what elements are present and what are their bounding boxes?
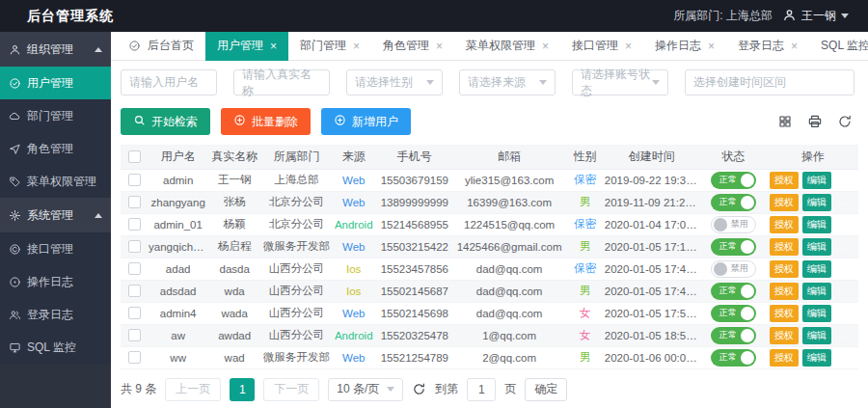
status-toggle-on[interactable]: 正常: [711, 305, 756, 322]
phone-cell: 15503215422: [376, 235, 453, 258]
row-checkbox[interactable]: [128, 174, 141, 186]
status-toggle-on[interactable]: 正常: [711, 283, 756, 300]
next-page-button[interactable]: 下一页: [263, 378, 319, 401]
prev-page-button[interactable]: 上一页: [165, 378, 221, 401]
authorize-button[interactable]: 授权: [770, 305, 799, 322]
tab-role-management[interactable]: 角色管理×: [371, 32, 454, 61]
edit-button[interactable]: 编辑: [802, 260, 831, 278]
row-checkbox[interactable]: [128, 351, 141, 364]
authorize-button[interactable]: 授权: [770, 283, 799, 300]
close-icon[interactable]: ×: [353, 41, 360, 52]
chevron-down-icon: [387, 387, 394, 392]
row-checkbox[interactable]: [128, 307, 141, 319]
placeholder-text: 请选择账号状态: [581, 67, 652, 99]
edit-button[interactable]: 编辑: [802, 305, 831, 322]
sidebar-item-department-management[interactable]: 部门管理: [0, 99, 111, 132]
close-icon[interactable]: ×: [625, 41, 632, 52]
username-filter[interactable]: 请输入用户名: [121, 69, 217, 95]
created-range-filter[interactable]: 选择创建时间区间: [685, 69, 854, 95]
sidebar-item-role-management[interactable]: 角色管理: [0, 132, 111, 165]
authorize-button[interactable]: 授权: [770, 260, 799, 278]
status-toggle-on[interactable]: 正常: [711, 172, 756, 189]
authorize-button[interactable]: 授权: [770, 216, 799, 233]
goto-page-input[interactable]: 1: [467, 378, 496, 401]
edit-button[interactable]: 编辑: [802, 216, 831, 233]
page-number-1[interactable]: 1: [230, 378, 255, 401]
refresh-icon[interactable]: [412, 382, 426, 396]
sidebar-item-menu-permission-management[interactable]: 菜单权限管理: [0, 165, 111, 198]
plus-circle-icon: [334, 114, 346, 126]
realname-cell: awdad: [207, 324, 261, 346]
tab-login-log[interactable]: 登录日志×: [726, 32, 809, 61]
edit-button[interactable]: 编辑: [802, 349, 831, 367]
sidebar-item-interface-management[interactable]: 接口管理: [0, 232, 111, 265]
tab-home[interactable]: 后台首页: [117, 32, 205, 61]
edit-button[interactable]: 编辑: [802, 327, 831, 344]
sidebar-item-sql-monitor[interactable]: SQL 监控: [0, 331, 111, 364]
row-checkbox[interactable]: [128, 285, 141, 297]
sidebar-group-organization-management[interactable]: 组织管理: [0, 32, 111, 67]
created-cell: 2020-01-05 17:13:24: [605, 235, 699, 258]
username-label: 王一钢: [801, 8, 836, 24]
authorize-button[interactable]: 授权: [770, 349, 799, 367]
status-toggle-on[interactable]: 正常: [711, 194, 756, 211]
select-all-checkbox[interactable]: [128, 150, 141, 163]
close-icon[interactable]: ×: [542, 41, 549, 52]
edit-button[interactable]: 编辑: [802, 172, 831, 189]
created-cell: 2020-01-05 18:56:47: [605, 324, 699, 346]
status-toggle-on[interactable]: 正常: [711, 349, 756, 367]
gender-filter[interactable]: 请选择性别: [346, 69, 443, 95]
status-cell: 禁用: [699, 258, 768, 280]
chevron-down-icon: [539, 80, 547, 85]
row-checkbox[interactable]: [128, 196, 141, 208]
print-icon[interactable]: [807, 114, 823, 129]
email-cell: 16399@163.com: [453, 191, 565, 213]
source-filter[interactable]: 请选择来源: [459, 69, 556, 95]
status-toggle-off[interactable]: 禁用: [711, 216, 756, 233]
tab-operation-log[interactable]: 操作日志×: [643, 32, 726, 61]
batch-delete-button[interactable]: 批量删除: [221, 108, 311, 135]
edit-button[interactable]: 编辑: [802, 238, 831, 256]
close-icon[interactable]: ×: [791, 41, 798, 52]
toggle-knob: [741, 174, 754, 187]
department-cell: 山西分公司: [261, 280, 332, 302]
sidebar-item-login-log[interactable]: 登录日志: [0, 298, 111, 331]
add-user-button[interactable]: 新增用户: [321, 108, 411, 135]
close-icon[interactable]: ×: [270, 41, 277, 52]
tab-interface-management[interactable]: 接口管理×: [560, 32, 643, 61]
user-menu[interactable]: 王一钢: [782, 8, 849, 25]
authorize-button[interactable]: 授权: [770, 238, 799, 256]
tab-sql-monitor[interactable]: SQL 监控×: [809, 32, 868, 61]
tab-menu-permission-management[interactable]: 菜单权限管理×: [454, 32, 560, 61]
sidebar-item-user-management[interactable]: 用户管理: [0, 67, 111, 99]
tab-user-management[interactable]: 用户管理×: [205, 32, 288, 61]
row-checkbox[interactable]: [128, 218, 141, 231]
actions-cell: 授权编辑删除: [768, 346, 858, 368]
status-toggle-on[interactable]: 正常: [711, 327, 756, 344]
table-wrap: 用户名真实名称所属部门来源手机号邮箱性别创建时间状态操作 admin王一钢上海总…: [111, 145, 868, 369]
authorize-button[interactable]: 授权: [770, 172, 799, 189]
authorize-button[interactable]: 授权: [770, 327, 799, 344]
realname-filter[interactable]: 请输入真实名称: [233, 69, 330, 95]
toggle-knob: [741, 329, 754, 342]
edit-button[interactable]: 编辑: [802, 194, 831, 211]
row-checkbox[interactable]: [128, 262, 141, 275]
close-icon[interactable]: ×: [436, 41, 443, 52]
sidebar-item-operation-log[interactable]: 操作日志: [0, 265, 111, 298]
department-cell: 北京分公司: [261, 213, 332, 235]
page-size-select[interactable]: 10 条/页: [328, 378, 403, 401]
edit-button[interactable]: 编辑: [802, 283, 831, 300]
refresh-icon[interactable]: [837, 114, 853, 129]
row-checkbox[interactable]: [128, 240, 141, 253]
sidebar-group-system-management[interactable]: 系统管理: [0, 198, 111, 232]
row-checkbox[interactable]: [128, 329, 141, 341]
column-settings-icon[interactable]: [777, 114, 793, 129]
account-status-filter[interactable]: 请选择账号状态: [572, 69, 668, 95]
close-icon[interactable]: ×: [708, 41, 715, 52]
status-toggle-on[interactable]: 正常: [711, 238, 756, 256]
status-toggle-off[interactable]: 禁用: [711, 260, 756, 278]
search-button[interactable]: 开始检索: [121, 108, 210, 135]
confirm-button[interactable]: 确定: [525, 378, 567, 401]
authorize-button[interactable]: 授权: [770, 194, 799, 211]
tab-department-management[interactable]: 部门管理×: [288, 32, 371, 61]
